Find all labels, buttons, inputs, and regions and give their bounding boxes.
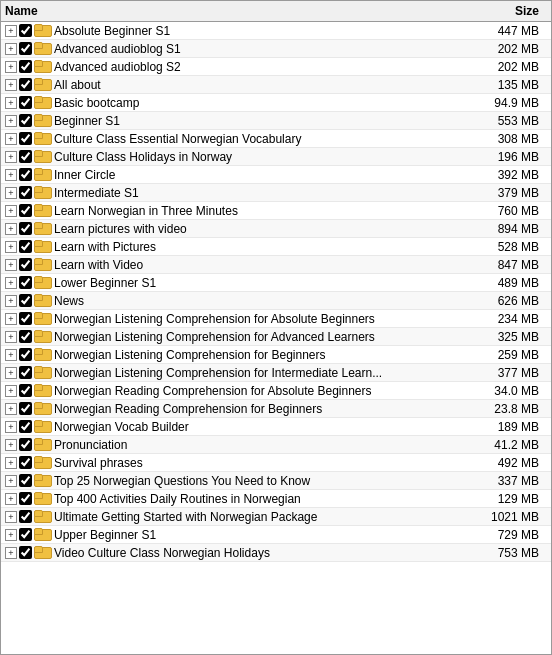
expand-button[interactable]: + [5, 439, 17, 451]
row-size: 189 MB [477, 420, 547, 434]
table-row: + Norwegian Listening Comprehension for … [1, 310, 551, 328]
expand-button[interactable]: + [5, 295, 17, 307]
expand-button[interactable]: + [5, 97, 17, 109]
expand-button[interactable]: + [5, 187, 17, 199]
row-checkbox[interactable] [19, 240, 32, 253]
expand-button[interactable]: + [5, 133, 17, 145]
row-checkbox[interactable] [19, 438, 32, 451]
header-size: Size [477, 4, 547, 18]
row-checkbox[interactable] [19, 96, 32, 109]
expand-button[interactable]: + [5, 241, 17, 253]
expand-button[interactable]: + [5, 367, 17, 379]
expand-button[interactable]: + [5, 313, 17, 325]
expand-button[interactable]: + [5, 151, 17, 163]
expand-button[interactable]: + [5, 511, 17, 523]
folder-icon [34, 42, 50, 55]
row-checkbox[interactable] [19, 186, 32, 199]
expand-button[interactable]: + [5, 277, 17, 289]
table-row: + Lower Beginner S1 489 MB [1, 274, 551, 292]
row-left: + Learn Norwegian in Three Minutes [5, 204, 477, 218]
row-checkbox[interactable] [19, 276, 32, 289]
row-checkbox[interactable] [19, 546, 32, 559]
table-row: + Ultimate Getting Started with Norwegia… [1, 508, 551, 526]
row-checkbox[interactable] [19, 42, 32, 55]
row-label: Intermediate S1 [52, 186, 477, 200]
folder-icon [34, 492, 50, 505]
row-left: + Ultimate Getting Started with Norwegia… [5, 510, 477, 524]
row-checkbox[interactable] [19, 312, 32, 325]
expand-button[interactable]: + [5, 259, 17, 271]
row-left: + Norwegian Vocab Builder [5, 420, 477, 434]
row-checkbox[interactable] [19, 150, 32, 163]
row-checkbox[interactable] [19, 78, 32, 91]
row-size: 23.8 MB [477, 402, 547, 416]
table-row: + Advanced audioblog S1 202 MB [1, 40, 551, 58]
folder-icon [34, 114, 50, 127]
row-checkbox[interactable] [19, 366, 32, 379]
row-left: + Video Culture Class Norwegian Holidays [5, 546, 477, 560]
expand-button[interactable]: + [5, 43, 17, 55]
expand-button[interactable]: + [5, 331, 17, 343]
expand-button[interactable]: + [5, 475, 17, 487]
row-left: + Advanced audioblog S1 [5, 42, 477, 56]
row-checkbox[interactable] [19, 474, 32, 487]
expand-button[interactable]: + [5, 349, 17, 361]
row-checkbox[interactable] [19, 348, 32, 361]
row-checkbox[interactable] [19, 528, 32, 541]
row-size: 847 MB [477, 258, 547, 272]
row-checkbox[interactable] [19, 222, 32, 235]
row-label: Culture Class Essential Norwegian Vocabu… [52, 132, 477, 146]
row-left: + Survival phrases [5, 456, 477, 470]
row-checkbox[interactable] [19, 492, 32, 505]
folder-icon [34, 294, 50, 307]
row-checkbox[interactable] [19, 456, 32, 469]
row-checkbox[interactable] [19, 510, 32, 523]
row-checkbox[interactable] [19, 204, 32, 217]
row-checkbox[interactable] [19, 420, 32, 433]
row-checkbox[interactable] [19, 114, 32, 127]
expand-button[interactable]: + [5, 61, 17, 73]
row-label: Absolute Beginner S1 [52, 24, 477, 38]
expand-button[interactable]: + [5, 529, 17, 541]
row-left: + Learn with Video [5, 258, 477, 272]
table-row: + Beginner S1 553 MB [1, 112, 551, 130]
row-checkbox[interactable] [19, 330, 32, 343]
table-row: + Top 25 Norwegian Questions You Need to… [1, 472, 551, 490]
expand-button[interactable]: + [5, 25, 17, 37]
expand-button[interactable]: + [5, 493, 17, 505]
row-label: Norwegian Vocab Builder [52, 420, 477, 434]
folder-icon [34, 240, 50, 253]
row-label: Norwegian Reading Comprehension for Begi… [52, 402, 477, 416]
row-size: 729 MB [477, 528, 547, 542]
expand-button[interactable]: + [5, 205, 17, 217]
row-size: 379 MB [477, 186, 547, 200]
expand-button[interactable]: + [5, 403, 17, 415]
row-checkbox[interactable] [19, 384, 32, 397]
expand-button[interactable]: + [5, 169, 17, 181]
row-left: + Absolute Beginner S1 [5, 24, 477, 38]
row-checkbox[interactable] [19, 294, 32, 307]
folder-icon [34, 186, 50, 199]
expand-button[interactable]: + [5, 421, 17, 433]
row-checkbox[interactable] [19, 258, 32, 271]
expand-button[interactable]: + [5, 115, 17, 127]
row-label: News [52, 294, 477, 308]
expand-button[interactable]: + [5, 385, 17, 397]
row-checkbox[interactable] [19, 402, 32, 415]
folder-icon [34, 132, 50, 145]
expand-button[interactable]: + [5, 223, 17, 235]
row-checkbox[interactable] [19, 24, 32, 37]
table-row: + Learn with Video 847 MB [1, 256, 551, 274]
row-checkbox[interactable] [19, 60, 32, 73]
folder-icon [34, 150, 50, 163]
table-body[interactable]: + Absolute Beginner S1 447 MB + Advanced… [1, 22, 551, 654]
expand-button[interactable]: + [5, 547, 17, 559]
row-checkbox[interactable] [19, 168, 32, 181]
expand-button[interactable]: + [5, 457, 17, 469]
row-checkbox[interactable] [19, 132, 32, 145]
row-size: 34.0 MB [477, 384, 547, 398]
row-left: + Pronunciation [5, 438, 477, 452]
row-label: Learn pictures with video [52, 222, 477, 236]
row-left: + Basic bootcamp [5, 96, 477, 110]
expand-button[interactable]: + [5, 79, 17, 91]
